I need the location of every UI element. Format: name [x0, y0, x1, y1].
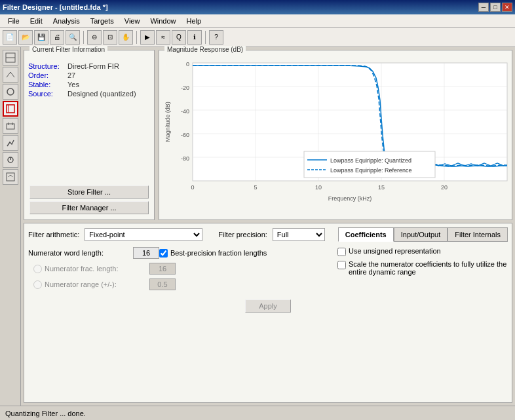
menu-file[interactable]: File	[3, 16, 25, 26]
title-bar-controls: ─ □ ✕	[478, 3, 512, 12]
filter-info-row-source: Source: Designed (quantized)	[28, 90, 150, 98]
menu-help[interactable]: Help	[181, 16, 207, 26]
toolbar-fit[interactable]: ⊡	[103, 30, 117, 45]
svg-text:0: 0	[186, 61, 189, 67]
structure-value: Direct-Form FIR	[67, 62, 119, 70]
close-button[interactable]: ✕	[502, 3, 512, 12]
left-sidebar	[0, 47, 21, 406]
toolbar-design[interactable]: ▶	[140, 30, 155, 45]
svg-text:5: 5	[254, 184, 257, 191]
toolbar-sep-3	[205, 31, 206, 44]
magnitude-response-chart: 0 -20 -40 -60 -80 0 5 10 15 20 Magnitude…	[163, 60, 508, 221]
toolbar-help[interactable]: ?	[209, 30, 223, 45]
toolbar-save[interactable]: 💾	[34, 30, 48, 45]
numerator-range-input	[149, 278, 176, 290]
numerator-frac-label: Numerator frac. length:	[45, 265, 149, 273]
toolbar-print[interactable]: 🖨	[50, 30, 64, 45]
tab-filter-internals[interactable]: Filter Internals	[448, 227, 508, 242]
menu-bar: File Edit Analysis Targets View Window H…	[0, 14, 515, 28]
svg-rect-5	[7, 124, 14, 129]
svg-rect-32	[304, 151, 435, 178]
toolbar: 📄 📂 💾 🖨 🔍 ⊖ ⊡ ✋ ▶ ≈ Q ℹ ?	[0, 28, 515, 47]
filter-info-buttons: Store Filter ... Filter Manager ...	[29, 185, 149, 214]
title-bar: Filter Designer - [untitled.fda *] ─ □ ✕	[0, 0, 515, 14]
svg-text:-80: -80	[181, 155, 189, 162]
numerator-frac-radio[interactable]	[33, 265, 42, 273]
filter-info-row-stable: Stable: Yes	[28, 81, 150, 88]
order-label: Order:	[28, 71, 67, 79]
main-content: Current Filter Information Structure: Di…	[0, 47, 515, 406]
use-unsigned-option: Use unsigned representation	[337, 247, 508, 256]
toolbar-zoom-out[interactable]: ⊖	[87, 30, 102, 45]
toolbar-quantize[interactable]: Q	[172, 30, 186, 45]
numerator-word-length-input[interactable]	[133, 247, 159, 259]
filter-precision-select[interactable]: Full Custom	[273, 228, 325, 241]
menu-targets[interactable]: Targets	[85, 16, 119, 26]
apply-button[interactable]: Apply	[245, 299, 291, 313]
numerator-word-length-label: Numerator word length:	[28, 249, 133, 257]
svg-rect-10	[7, 173, 14, 181]
filter-info-title: Current Filter Information	[29, 46, 107, 53]
numerator-range-label: Numerator range (+/-):	[45, 280, 149, 288]
filter-info-row-order: Order: 27	[28, 71, 150, 79]
stable-label: Stable:	[28, 81, 67, 88]
filter-info-content: Structure: Direct-Form FIR Order: 27 Sta…	[28, 62, 150, 98]
params-area: Numerator word length: Best-precision fr…	[28, 247, 508, 294]
minimize-button[interactable]: ─	[478, 3, 489, 12]
bottom-section: Filter arithmetic: Fixed-point Double-pr…	[24, 223, 512, 403]
sidebar-icon-4-active[interactable]	[3, 101, 18, 117]
apply-row: Apply	[28, 299, 508, 313]
tab-group: Coefficients Input/Output Filter Interna…	[338, 227, 508, 242]
scale-numerator-option: Scale the numerator coefficients to full…	[337, 260, 508, 276]
menu-view[interactable]: View	[119, 16, 145, 26]
filter-arith-row: Filter arithmetic: Fixed-point Double-pr…	[28, 227, 508, 242]
mag-response-title: Magnitude Response (dB)	[164, 46, 246, 53]
toolbar-zoom-in[interactable]: 🔍	[66, 30, 80, 45]
svg-rect-3	[7, 105, 14, 113]
svg-text:Lowpass Equiripple: Reference: Lowpass Equiripple: Reference	[330, 167, 412, 174]
scale-numerator-checkbox[interactable]	[337, 261, 346, 269]
sidebar-icon-8[interactable]	[3, 169, 18, 185]
sidebar-icon-3[interactable]	[3, 84, 18, 100]
numerator-frac-length-row: Numerator frac. length:	[33, 263, 327, 275]
magnitude-response-panel: Magnitude Response (dB)	[159, 50, 512, 220]
params-right: Use unsigned representation Scale the nu…	[337, 247, 508, 294]
filter-precision-label: Filter precision:	[218, 231, 267, 239]
sidebar-icon-7[interactable]	[3, 152, 18, 168]
store-filter-button[interactable]: Store Filter ...	[29, 185, 149, 199]
status-bar: Quantizing Filter ... done.	[0, 406, 515, 420]
sidebar-icon-6[interactable]	[3, 135, 18, 151]
menu-analysis[interactable]: Analysis	[48, 16, 85, 26]
title-bar-title: Filter Designer - [untitled.fda *]	[3, 3, 108, 11]
tab-coefficients[interactable]: Coefficients	[338, 227, 394, 242]
menu-edit[interactable]: Edit	[25, 16, 48, 26]
numerator-word-length-row: Numerator word length: Best-precision fr…	[28, 247, 327, 259]
sidebar-icon-2[interactable]	[3, 67, 18, 83]
source-label: Source:	[28, 90, 67, 98]
best-precision-checkbox[interactable]	[159, 249, 168, 258]
toolbar-sep-2	[136, 31, 137, 44]
toolbar-open[interactable]: 📂	[18, 30, 33, 45]
tab-input-output[interactable]: Input/Output	[394, 227, 448, 242]
svg-text:20: 20	[441, 184, 448, 191]
svg-text:Frequency (kHz): Frequency (kHz)	[328, 195, 372, 202]
filter-arith-label: Filter arithmetic:	[28, 231, 79, 239]
maximize-button[interactable]: □	[490, 3, 501, 12]
structure-label: Structure:	[28, 62, 67, 70]
toolbar-filter-type[interactable]: ≈	[156, 30, 170, 45]
menu-window[interactable]: Window	[145, 16, 181, 26]
toolbar-new[interactable]: 📄	[3, 30, 17, 45]
filter-arith-select[interactable]: Fixed-point Double-precision floating-po…	[85, 228, 202, 241]
source-value: Designed (quantized)	[67, 90, 136, 98]
use-unsigned-checkbox[interactable]	[337, 248, 346, 256]
sidebar-icon-1[interactable]	[3, 50, 18, 66]
svg-text:-60: -60	[181, 132, 189, 138]
filter-info-row-structure: Structure: Direct-Form FIR	[28, 62, 150, 70]
numerator-range-radio[interactable]	[33, 280, 42, 289]
svg-point-2	[7, 88, 14, 95]
sidebar-icon-5[interactable]	[3, 118, 18, 134]
filter-manager-button[interactable]: Filter Manager ...	[29, 201, 149, 214]
toolbar-pan[interactable]: ✋	[119, 30, 133, 45]
stable-value: Yes	[67, 81, 79, 88]
toolbar-info[interactable]: ℹ	[187, 30, 202, 45]
